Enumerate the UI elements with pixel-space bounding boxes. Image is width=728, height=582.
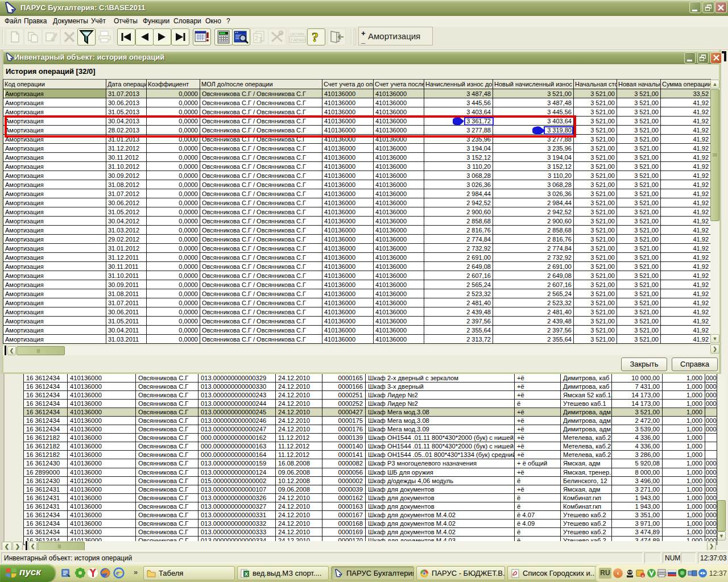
svg-text:1: 1 xyxy=(259,36,262,43)
svg-text:СИСТЕМА: СИСТЕМА xyxy=(290,32,305,36)
svg-text:ГАРАНТ: ГАРАНТ xyxy=(291,38,306,43)
svg-text:?: ? xyxy=(312,30,318,44)
svg-text:2: 2 xyxy=(255,35,258,41)
svg-text:e: e xyxy=(116,569,119,577)
svg-text:X: X xyxy=(245,571,248,577)
